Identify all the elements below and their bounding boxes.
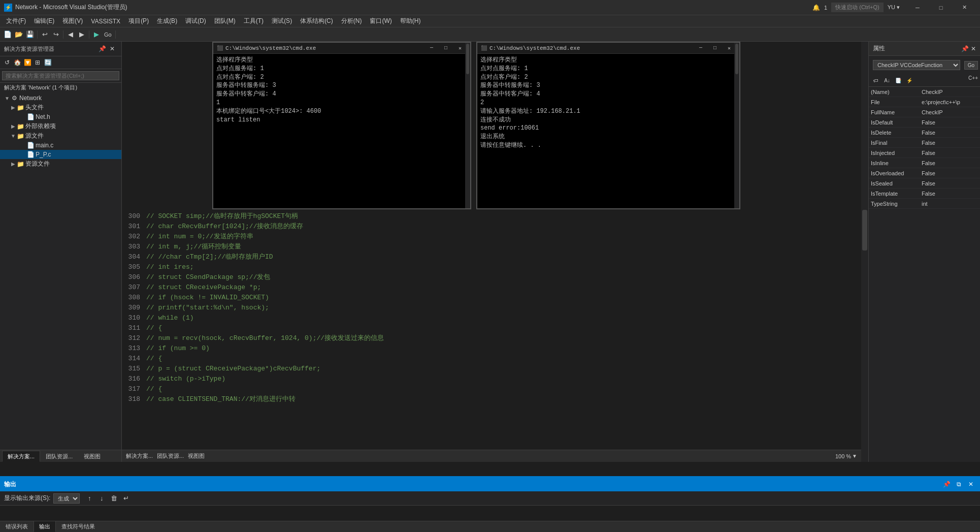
prop-close-icon[interactable]: ✕ (971, 45, 976, 52)
sidebar-home-button[interactable]: 🏠 (12, 57, 22, 68)
menu-vassistx[interactable]: VASSISTX (87, 15, 124, 27)
line-number: 314 (122, 354, 146, 364)
menu-help[interactable]: 帮助(H) (396, 15, 425, 27)
editor-tab-classview[interactable]: 视图图 (188, 452, 205, 460)
cmd-minimize-2[interactable]: ─ (694, 43, 708, 54)
minimize-button[interactable]: ─ (906, 0, 929, 15)
editor-scrollbar[interactable] (861, 42, 868, 462)
prop-row-file: File e:\project\c++\p (869, 97, 980, 107)
code-line: 313// if (num >= 0) (122, 343, 868, 354)
notifications-icon[interactable]: 🔔 (812, 4, 820, 11)
app-icon: ⚡ (4, 4, 12, 12)
toolbar-save[interactable]: 💾 (24, 29, 36, 40)
cmd-line-2-10: 请按任意键继续. . . (480, 141, 736, 150)
tab-find-symbols[interactable]: 查找符号结果 (56, 521, 101, 532)
sidebar-tab-classview[interactable]: 视图图 (78, 451, 106, 462)
output-wrap-button[interactable]: ↵ (120, 493, 132, 504)
sidebar-refresh-button[interactable]: 🔄 (43, 57, 53, 68)
tab-output[interactable]: 输出 (34, 521, 56, 532)
cmd-line-1-5: 1 (216, 99, 467, 107)
toolbar-forward[interactable]: ▶ (76, 29, 87, 40)
prop-key-isdelete: IsDelete (869, 130, 920, 136)
tab-error-list[interactable]: 错误列表 (0, 521, 34, 532)
tree-item-ppc[interactable]: 📄 P_P.c (0, 150, 121, 159)
tree-label-network: Network (19, 95, 42, 102)
menu-arch[interactable]: 体系结构(C) (296, 15, 337, 27)
editor-scrollbar-thumb[interactable] (862, 210, 867, 251)
sidebar-pin-button[interactable]: 📌 (97, 44, 107, 54)
menu-edit[interactable]: 编辑(E) (30, 15, 58, 27)
cmd-scrollbar-v-1[interactable] (465, 43, 470, 208)
sidebar-tab-team[interactable]: 团队资源... (40, 451, 78, 462)
sidebar-filter-button[interactable]: 🔽 (22, 57, 32, 68)
tree-item-resources[interactable]: ▶ 📁 资源文件 (0, 159, 121, 169)
cmd-window-2: ⬛ C:\Windows\system32\cmd.exe ─ □ ✕ 选择程序… (476, 42, 740, 209)
prop-events-button[interactable]: ⚡ (904, 75, 914, 85)
prop-go-button[interactable]: Go (964, 61, 978, 70)
sidebar-close-button[interactable]: ✕ (107, 44, 117, 54)
toolbar-redo[interactable]: ↪ (50, 29, 61, 40)
tree-item-headers[interactable]: ▶ 📁 头文件 (0, 103, 121, 112)
menu-team[interactable]: 团队(M) (210, 15, 240, 27)
editor-tab-team[interactable]: 团队资源... (157, 452, 184, 460)
output-panel-pin[interactable]: 📌 (941, 479, 952, 489)
cmd-scrollbar-thumb-2[interactable] (735, 44, 738, 74)
menu-test[interactable]: 测试(S) (268, 15, 296, 27)
tree-item-neth[interactable]: 📄 Net.h (0, 112, 121, 121)
file-icon-neth: 📄 (26, 113, 35, 121)
user-menu[interactable]: YU ▾ (888, 4, 900, 11)
tree-item-network[interactable]: ▼ ⚙ Network (0, 93, 121, 103)
menu-debug[interactable]: 调试(D) (181, 15, 210, 27)
line-number: 300 (122, 211, 146, 222)
sidebar-expand-button[interactable]: ⊞ (32, 57, 43, 68)
line-content: // p = (struct CReceivePackage*)cRecvBuf… (146, 364, 868, 374)
menu-window[interactable]: 窗口(W) (366, 15, 396, 27)
output-next-button[interactable]: ↓ (96, 493, 107, 504)
line-content: // while (1) (146, 313, 868, 323)
menu-file[interactable]: 文件(F) (2, 15, 30, 27)
output-clear-button[interactable]: 🗑 (108, 493, 119, 504)
menu-view[interactable]: 视图(V) (58, 15, 87, 27)
cmd-scrollbar-v-2[interactable] (734, 43, 739, 208)
line-content: // if (hsock != INVALID_SOCKET) (146, 293, 868, 303)
toolbar-open[interactable]: 📂 (13, 29, 24, 40)
cmd-maximize-2[interactable]: □ (708, 43, 722, 54)
sidebar-tab-solution[interactable]: 解决方案... (2, 451, 40, 462)
maximize-button[interactable]: □ (929, 0, 953, 15)
quick-launch[interactable]: 快速启动 (Ctrl+Q) (831, 3, 883, 12)
menu-tools[interactable]: 工具(T) (240, 15, 268, 27)
toolbar-start[interactable]: ▶ (91, 29, 102, 40)
prop-cat-button[interactable]: 🏷 (871, 75, 881, 85)
toolbar-back[interactable]: ◀ (65, 29, 76, 40)
output-panel-close[interactable]: ✕ (966, 479, 976, 489)
output-prev-button[interactable]: ↑ (84, 493, 95, 504)
output-panel-float[interactable]: ⧉ (954, 479, 964, 489)
tree-arrow-network: ▼ (4, 96, 10, 101)
prop-alpha-button[interactable]: A↓ (882, 75, 892, 85)
editor-tab-solution[interactable]: 解决方案... (126, 452, 153, 460)
cmd-maximize-1[interactable]: □ (439, 43, 453, 54)
prop-val-istemplate: False (920, 191, 980, 197)
tree-item-source[interactable]: ▼ 📁 源文件 (0, 131, 121, 141)
cmd-minimize-1[interactable]: ─ (424, 43, 439, 54)
folder-icon-external: 📁 (16, 122, 24, 131)
cmd-line-2-1: 点对点服务端: 1 (480, 65, 736, 73)
tree-item-mainc[interactable]: 📄 main.c (0, 141, 121, 150)
cmd-scrollbar-thumb-1[interactable] (466, 44, 469, 74)
menu-analyze[interactable]: 分析(N) (337, 15, 366, 27)
prop-function-dropdown[interactable]: CheckIP VCCodeFunction (873, 60, 960, 70)
prop-pin-icon[interactable]: 📌 (961, 45, 969, 52)
menu-build[interactable]: 生成(B) (153, 15, 181, 27)
code-line: 315// p = (struct CReceivePackage*)cRecv… (122, 364, 868, 374)
search-input[interactable] (2, 71, 119, 80)
menu-project[interactable]: 项目(P) (124, 15, 153, 27)
main-layout: 解决方案资源管理器 📌 ✕ ↺ 🏠 🔽 ⊞ 🔄 解决方案 'Network' (… (0, 42, 980, 462)
zoom-dropdown-icon[interactable]: ▼ (852, 453, 857, 459)
toolbar-undo[interactable]: ↩ (39, 29, 50, 40)
sidebar-sync-button[interactable]: ↺ (2, 57, 12, 68)
tree-item-external[interactable]: ▶ 📁 外部依赖项 (0, 121, 121, 131)
prop-pages-button[interactable]: 📑 (893, 75, 903, 85)
toolbar-newfile[interactable]: 📄 (2, 29, 13, 40)
close-button[interactable]: ✕ (953, 0, 976, 15)
output-source-select[interactable]: 生成 (53, 493, 80, 504)
